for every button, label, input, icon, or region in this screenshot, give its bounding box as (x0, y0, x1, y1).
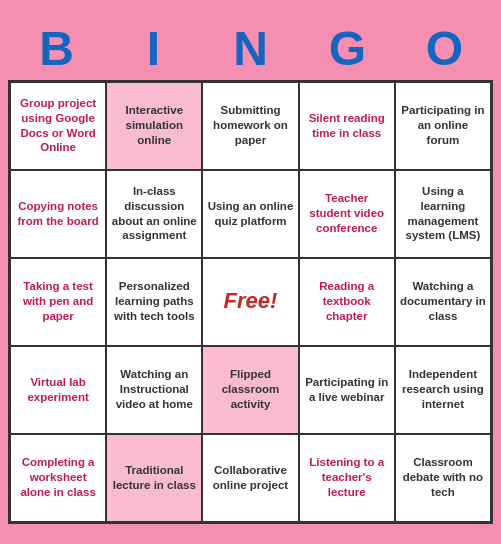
bingo-cell-7[interactable]: Using an online quiz platform (202, 170, 298, 258)
bingo-cell-15[interactable]: Virtual lab experiment (10, 346, 106, 434)
bingo-cell-19[interactable]: Independent research using internet (395, 346, 491, 434)
bingo-card: BINGO Group project using Google Docs or… (0, 13, 501, 532)
bingo-cell-5[interactable]: Copying notes from the board (10, 170, 106, 258)
bingo-cell-14[interactable]: Watching a documentary in class (395, 258, 491, 346)
bingo-cell-9[interactable]: Using a learning management system (LMS) (395, 170, 491, 258)
bingo-grid: Group project using Google Docs or Word … (8, 80, 493, 524)
bingo-cell-18[interactable]: Participating in a live webinar (299, 346, 395, 434)
bingo-letter-b: B (13, 21, 101, 76)
bingo-cell-11[interactable]: Personalized learning paths with tech to… (106, 258, 202, 346)
bingo-cell-12[interactable]: Free! (202, 258, 298, 346)
bingo-cell-21[interactable]: Traditional lecture in class (106, 434, 202, 522)
bingo-header: BINGO (8, 21, 493, 76)
bingo-cell-2[interactable]: Submitting homework on paper (202, 82, 298, 170)
bingo-letter-g: G (304, 21, 392, 76)
bingo-cell-17[interactable]: Flipped classroom activity (202, 346, 298, 434)
bingo-cell-6[interactable]: In-class discussion about an online assi… (106, 170, 202, 258)
bingo-letter-i: I (110, 21, 198, 76)
bingo-cell-3[interactable]: Silent reading time in class (299, 82, 395, 170)
bingo-cell-22[interactable]: Collaborative online project (202, 434, 298, 522)
bingo-cell-13[interactable]: Reading a textbook chapter (299, 258, 395, 346)
bingo-cell-20[interactable]: Completing a worksheet alone in class (10, 434, 106, 522)
bingo-cell-16[interactable]: Watching an Instructional video at home (106, 346, 202, 434)
bingo-letter-o: O (401, 21, 489, 76)
bingo-cell-10[interactable]: Taking a test with pen and paper (10, 258, 106, 346)
bingo-cell-0[interactable]: Group project using Google Docs or Word … (10, 82, 106, 170)
bingo-letter-n: N (207, 21, 295, 76)
bingo-cell-4[interactable]: Participating in an online forum (395, 82, 491, 170)
bingo-cell-8[interactable]: Teacher student video conference (299, 170, 395, 258)
bingo-cell-1[interactable]: Interactive simulation online (106, 82, 202, 170)
bingo-cell-23[interactable]: Listening to a teacher's lecture (299, 434, 395, 522)
bingo-cell-24[interactable]: Classroom debate with no tech (395, 434, 491, 522)
